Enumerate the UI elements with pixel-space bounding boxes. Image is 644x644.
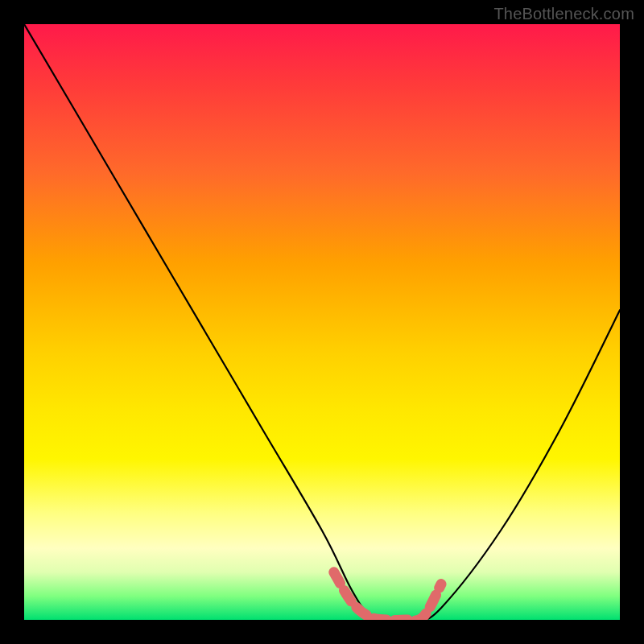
chart-container: TheBottleneck.com bbox=[0, 0, 644, 644]
plot-area bbox=[24, 24, 620, 620]
optimal-range-highlight bbox=[334, 572, 441, 620]
bottleneck-curve bbox=[24, 24, 620, 620]
curve-layer bbox=[24, 24, 620, 620]
watermark-text: TheBottleneck.com bbox=[493, 5, 634, 23]
